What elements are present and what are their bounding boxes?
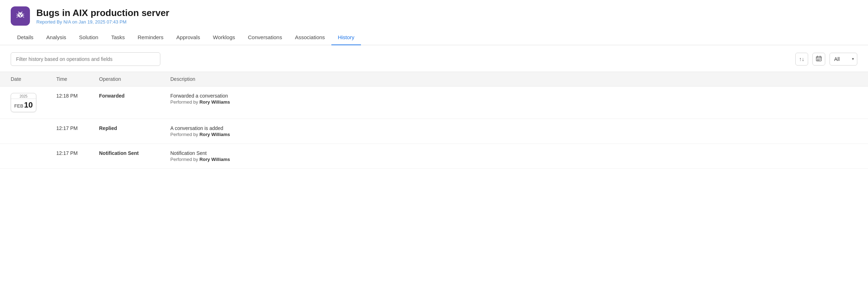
- reported-by-value: N/A: [63, 19, 71, 25]
- svg-line-5: [21, 12, 22, 13]
- row1-performed-by-user: Rory Williams: [200, 99, 230, 105]
- date-month-day: FEB 10: [12, 99, 35, 112]
- table-row: 12:17 PM Notification Sent Notification …: [0, 144, 868, 168]
- svg-rect-18: [820, 58, 821, 59]
- tab-details[interactable]: Details: [11, 30, 40, 45]
- svg-rect-17: [818, 58, 819, 59]
- svg-rect-19: [817, 60, 818, 61]
- filter-select-wrap: All Create Update Delete ▾: [830, 53, 857, 66]
- sort-icon: ↑↓: [799, 56, 805, 62]
- svg-rect-20: [818, 60, 819, 61]
- tab-analysis[interactable]: Analysis: [40, 30, 73, 45]
- col-description: Description: [164, 72, 868, 86]
- date-day: 10: [24, 100, 32, 110]
- row2-description: A conversation is added Performed by Ror…: [164, 119, 868, 144]
- svg-line-6: [17, 14, 18, 15]
- svg-line-11: [23, 17, 24, 17]
- svg-point-2: [21, 14, 22, 15]
- row1-performed-by-label: Performed by: [170, 99, 198, 105]
- page-subtitle: Reported By N/A on Jan 19, 2025 07:43 PM: [36, 19, 169, 25]
- filter-bar: ↑↓ All Create Update Delete ▾: [0, 45, 868, 69]
- sort-button[interactable]: ↑↓: [795, 53, 808, 66]
- row1-desc-main: Forwarded a conversation: [170, 93, 862, 99]
- reported-by-label: Reported By: [36, 19, 62, 25]
- row3-desc-main: Notification Sent: [170, 150, 862, 156]
- row2-desc-main: A conversation is added: [170, 125, 862, 131]
- tab-solution[interactable]: Solution: [73, 30, 105, 45]
- row1-operation: Forwarded: [93, 86, 164, 119]
- tab-approvals[interactable]: Approvals: [170, 30, 207, 45]
- svg-rect-16: [817, 58, 818, 59]
- row3-desc-sub: Performed by Rory Williams: [170, 157, 862, 162]
- row3-operation: Notification Sent: [93, 144, 164, 168]
- col-operation: Operation: [93, 72, 164, 86]
- on-label: on: [72, 19, 78, 25]
- app-logo: [11, 6, 30, 26]
- svg-rect-3: [20, 15, 21, 17]
- date-month: FEB: [14, 103, 23, 109]
- row3-performed-by-user: Rory Williams: [200, 157, 230, 162]
- row2-operation-label: Replied: [99, 125, 117, 131]
- table-header-row: Date Time Operation Description: [0, 72, 868, 86]
- row2-performed-by-label: Performed by: [170, 132, 198, 137]
- tab-conversations[interactable]: Conversations: [242, 30, 289, 45]
- row3-time: 12:17 PM: [50, 144, 93, 168]
- calendar-button[interactable]: [812, 53, 825, 66]
- col-time: Time: [50, 72, 93, 86]
- col-date: Date: [0, 72, 50, 86]
- page-title: Bugs in AIX production server: [36, 7, 169, 19]
- row2-date: [0, 119, 50, 144]
- table-row: 12:17 PM Replied A conversation is added…: [0, 119, 868, 144]
- row1-description: Forwarded a conversation Performed by Ro…: [164, 86, 868, 119]
- page-header: Bugs in AIX production server Reported B…: [0, 0, 868, 30]
- row1-time: 12:18 PM: [50, 86, 93, 119]
- tab-associations[interactable]: Associations: [289, 30, 331, 45]
- row2-operation: Replied: [93, 119, 164, 144]
- history-table: Date Time Operation Description 2025 FEB…: [0, 72, 868, 169]
- date-card: 2025 FEB 10: [11, 93, 36, 112]
- nav-tabs: Details Analysis Solution Tasks Reminder…: [0, 30, 868, 45]
- row3-performed-by-label: Performed by: [170, 157, 198, 162]
- tab-reminders[interactable]: Reminders: [131, 30, 170, 45]
- row2-desc-sub: Performed by Rory Williams: [170, 132, 862, 137]
- row3-description: Notification Sent Performed by Rory Will…: [164, 144, 868, 168]
- svg-line-9: [23, 14, 24, 15]
- row3-operation-label: Notification Sent: [99, 150, 139, 156]
- row1-date: 2025 FEB 10: [0, 86, 50, 119]
- calendar-icon: [816, 55, 822, 63]
- row3-date: [0, 144, 50, 168]
- date-year: 2025: [11, 93, 36, 99]
- svg-line-8: [17, 17, 18, 17]
- row1-desc-sub: Performed by Rory Williams: [170, 99, 862, 105]
- row1-operation-label: Forwarded: [99, 93, 125, 99]
- filter-input[interactable]: [11, 52, 160, 66]
- svg-line-4: [19, 12, 19, 13]
- svg-point-1: [19, 14, 20, 15]
- tab-history[interactable]: History: [331, 30, 361, 45]
- filter-select[interactable]: All Create Update Delete: [834, 56, 857, 62]
- tab-tasks[interactable]: Tasks: [105, 30, 131, 45]
- header-text-group: Bugs in AIX production server Reported B…: [36, 7, 169, 25]
- table-row: 2025 FEB 10 12:18 PM Forwarded Forwarded…: [0, 86, 868, 119]
- tab-worklogs[interactable]: Worklogs: [207, 30, 242, 45]
- report-date: Jan 19, 2025 07:43 PM: [79, 19, 126, 25]
- row2-time: 12:17 PM: [50, 119, 93, 144]
- row2-performed-by-user: Rory Williams: [200, 132, 230, 137]
